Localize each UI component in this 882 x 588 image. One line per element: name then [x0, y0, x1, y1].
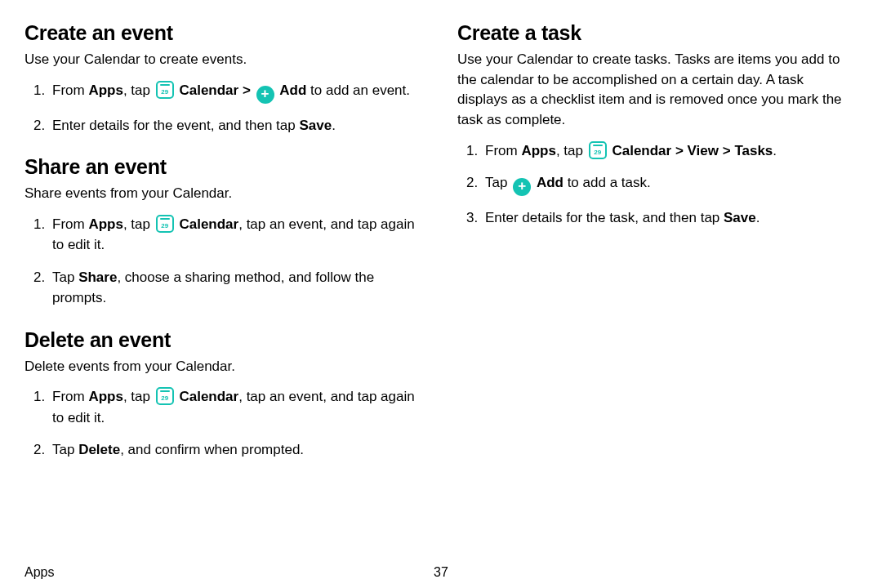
tasks-label: Tasks: [734, 143, 773, 158]
heading-share-event: Share an event: [24, 155, 425, 179]
text: .: [332, 118, 336, 133]
text: From: [52, 82, 88, 98]
list-item: From Apps, tap Calendar, tap an event, a…: [49, 214, 425, 256]
calendar-icon: [156, 387, 174, 405]
delete-label: Delete: [78, 442, 120, 457]
text: , tap: [123, 82, 154, 98]
intro-create-task: Use your Calendar to create tasks. Tasks…: [457, 50, 858, 131]
steps-create-event: From Apps, tap Calendar > Add to add an …: [24, 80, 425, 136]
apps-label: Apps: [88, 216, 123, 232]
text: Tap: [52, 270, 78, 285]
calendar-icon: [156, 215, 174, 233]
manual-page: Create an event Use your Calendar to cre…: [0, 0, 882, 588]
apps-label: Apps: [88, 82, 123, 98]
list-item: Tap Share, choose a sharing method, and …: [49, 267, 425, 309]
list-item: From Apps, tap Calendar > Add to add an …: [49, 80, 425, 104]
add-label: Add: [537, 175, 564, 190]
text: .: [756, 210, 760, 225]
save-label: Save: [724, 210, 756, 225]
view-label: View: [688, 143, 719, 158]
calendar-label: Calendar: [179, 216, 238, 232]
list-item: Enter details for the event, and then ta…: [49, 115, 425, 136]
heading-create-task: Create a task: [457, 21, 858, 45]
text: , tap: [556, 143, 587, 158]
text: Enter details for the task, and then tap: [485, 210, 724, 225]
list-item: From Apps, tap Calendar > View > Tasks.: [482, 140, 858, 162]
text: Tap: [52, 442, 78, 457]
calendar-label: Calendar: [612, 143, 671, 158]
left-column: Create an event Use your Calendar to cre…: [24, 16, 425, 472]
chevron-right-icon: >: [671, 143, 687, 158]
text: Enter details for the event, and then ta…: [52, 118, 299, 133]
text: From: [52, 216, 88, 232]
page-footer: Apps 37: [24, 565, 858, 580]
apps-label: Apps: [521, 143, 556, 158]
text: , tap: [123, 389, 154, 404]
footer-section-label: Apps: [24, 565, 54, 580]
list-item: Tap Add to add a task.: [482, 172, 858, 196]
text: From: [485, 143, 521, 158]
chevron-right-icon: >: [238, 82, 254, 98]
calendar-label: Calendar: [179, 82, 238, 98]
steps-create-task: From Apps, tap Calendar > View > Tasks. …: [457, 140, 858, 229]
add-label: Add: [279, 82, 306, 98]
footer-page-number: 37: [434, 565, 448, 580]
text: .: [773, 143, 777, 158]
calendar-icon: [156, 81, 174, 99]
add-icon: [256, 86, 274, 104]
list-item: From Apps, tap Calendar, tap an event, a…: [49, 386, 425, 428]
text: Tap: [485, 175, 511, 190]
share-label: Share: [78, 270, 117, 285]
text: , and confirm when prompted.: [120, 442, 304, 457]
heading-create-event: Create an event: [24, 21, 425, 45]
text: , tap: [123, 216, 154, 232]
intro-share-event: Share events from your Calendar.: [24, 184, 425, 204]
steps-share-event: From Apps, tap Calendar, tap an event, a…: [24, 214, 425, 309]
right-column: Create a task Use your Calendar to creat…: [457, 16, 858, 472]
list-item: Tap Delete, and confirm when prompted.: [49, 439, 425, 461]
list-item: Enter details for the task, and then tap…: [482, 207, 858, 229]
chevron-right-icon: >: [719, 143, 734, 158]
intro-delete-event: Delete events from your Calendar.: [24, 357, 425, 377]
steps-delete-event: From Apps, tap Calendar, tap an event, a…: [24, 386, 425, 461]
save-label: Save: [299, 118, 332, 133]
intro-create-event: Use your Calendar to create events.: [24, 50, 425, 70]
calendar-label: Calendar: [179, 389, 238, 404]
calendar-icon: [589, 141, 607, 159]
text: to add an event.: [306, 82, 410, 98]
text: From: [52, 389, 88, 404]
two-column-layout: Create an event Use your Calendar to cre…: [24, 16, 858, 472]
add-icon: [513, 178, 531, 196]
apps-label: Apps: [88, 389, 123, 404]
text: to add a task.: [564, 175, 651, 190]
heading-delete-event: Delete an event: [24, 328, 425, 352]
